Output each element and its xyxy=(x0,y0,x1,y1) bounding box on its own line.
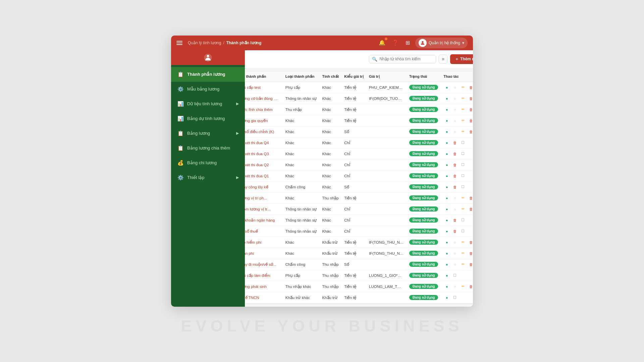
sidebar-item-bang-du-tinh-luong[interactable]: 📊 Bảng dự tính lương xyxy=(171,111,245,126)
cell-loai: Khác xyxy=(283,192,320,203)
filter-button[interactable]: ≡ xyxy=(439,55,447,64)
toggle-inactive-button[interactable]: ○ xyxy=(451,250,458,257)
sidebar-item-thanh-phan-luong[interactable]: 📋 Thành phần lương xyxy=(171,67,245,82)
delete-button[interactable]: 🗑 xyxy=(451,217,458,224)
toggle-active-button[interactable]: ● xyxy=(443,272,450,279)
user-menu-button[interactable]: Quản trị hệ thống ▾ xyxy=(415,38,468,48)
delete-button[interactable]: 🗑 xyxy=(468,206,473,213)
hamburger-icon[interactable] xyxy=(176,41,182,45)
sidebar-item-thiet-lap[interactable]: ⚙️ Thiết lập ▶ xyxy=(171,170,245,185)
archive-button[interactable]: ☐ xyxy=(460,173,466,179)
chi-luong-icon: 💰 xyxy=(177,160,184,166)
toggle-active-button[interactable]: ● xyxy=(443,95,450,102)
toggle-inactive-button[interactable]: ○ xyxy=(451,128,458,135)
edit-button[interactable]: ✏ xyxy=(460,250,466,257)
toggle-active-button[interactable]: ● xyxy=(443,106,450,113)
delete-button[interactable]: 🗑 xyxy=(451,139,458,146)
toggle-active-button[interactable]: ● xyxy=(443,139,450,146)
breadcrumb-item-1[interactable]: Quản lý tính lương xyxy=(188,41,221,45)
edit-button[interactable]: ✏ xyxy=(460,261,466,268)
archive-button[interactable]: ☐ xyxy=(460,162,466,168)
toggle-active-button[interactable]: ● xyxy=(443,250,450,257)
delete-button[interactable]: 🗑 xyxy=(468,106,473,113)
cell-trang-thai: Đang sử dụng xyxy=(407,259,441,270)
cell-thao-tac: ● ☐ xyxy=(441,292,473,303)
cell-loai: Khác xyxy=(283,170,320,181)
archive-button[interactable]: ☐ xyxy=(460,217,466,224)
cell-trang-thai: Đang sử dụng xyxy=(407,104,441,115)
cell-gia-tri xyxy=(366,115,407,126)
grid-button[interactable]: ⊞ xyxy=(404,38,411,47)
delete-button[interactable]: 🗑 xyxy=(451,173,458,179)
edit-button[interactable]: ✏ xyxy=(460,206,466,213)
status-badge: Đang sử dụng xyxy=(409,229,438,234)
notification-button[interactable]: 🔔 xyxy=(377,38,387,47)
toggle-active-button[interactable]: ● xyxy=(443,117,450,124)
toggle-inactive-button[interactable]: ○ xyxy=(451,206,458,213)
action-icons: ● ○ ✏ 🗑 ☐ xyxy=(443,106,473,113)
edit-button[interactable]: ✏ xyxy=(460,128,466,135)
toggle-active-button[interactable]: ● xyxy=(443,228,450,235)
edit-button[interactable]: ✏ xyxy=(460,195,466,201)
header-actions: 🔍 ≡ ＋ Thêm mới xyxy=(369,54,473,64)
delete-button[interactable]: 🗑 xyxy=(468,84,473,91)
toggle-active-button[interactable]: ● xyxy=(443,239,450,246)
delete-button[interactable]: 🗑 xyxy=(468,250,473,257)
toggle-active-button[interactable]: ● xyxy=(443,217,450,224)
delete-button[interactable]: 🗑 xyxy=(451,162,458,168)
toggle-inactive-button[interactable]: ○ xyxy=(451,95,458,102)
archive-button[interactable]: ☐ xyxy=(451,272,458,279)
help-button[interactable]: ❓ xyxy=(391,38,400,47)
toggle-active-button[interactable]: ● xyxy=(443,261,450,268)
cell-kieu-gia-tri: Chỉ xyxy=(341,215,366,226)
archive-button[interactable]: ☐ xyxy=(460,150,466,157)
toggle-inactive-button[interactable]: ○ xyxy=(451,283,458,290)
toggle-active-button[interactable]: ● xyxy=(443,128,450,135)
sidebar-item-bang-luong[interactable]: 📋 Bảng lương ▶ xyxy=(171,126,245,141)
sidebar-item-mau-bang-luong[interactable]: ⚙️ Mẫu bảng lương xyxy=(171,82,245,97)
sidebar-item-bang-luong-chia-them[interactable]: 📋 Bảng lương chia thêm xyxy=(171,141,245,156)
toggle-inactive-button[interactable]: ○ xyxy=(451,195,458,201)
toggle-inactive-button[interactable]: ○ xyxy=(451,106,458,113)
toggle-inactive-button[interactable]: ○ xyxy=(451,239,458,246)
cell-trang-thai: Đang sử dụng xyxy=(407,226,441,237)
edit-button[interactable]: ✏ xyxy=(460,283,466,290)
delete-button[interactable]: 🗑 xyxy=(451,228,458,235)
archive-button[interactable]: ☐ xyxy=(460,184,466,190)
toggle-inactive-button[interactable]: ○ xyxy=(451,84,458,91)
edit-button[interactable]: ✏ xyxy=(460,95,466,102)
cell-loai: Thông tin nhân sự xyxy=(283,215,320,226)
delete-button[interactable]: 🗑 xyxy=(451,184,458,190)
toggle-active-button[interactable]: ● xyxy=(443,206,450,213)
edit-button[interactable]: ✏ xyxy=(460,117,466,124)
toggle-active-button[interactable]: ● xyxy=(443,184,450,190)
edit-button[interactable]: ✏ xyxy=(460,239,466,246)
edit-button[interactable]: ✏ xyxy=(460,106,466,113)
user-chevron-icon: ▾ xyxy=(462,41,464,45)
toggle-inactive-button[interactable]: ○ xyxy=(451,261,458,268)
sidebar-item-bang-chi-luong[interactable]: 💰 Bảng chi lương xyxy=(171,156,245,170)
edit-button[interactable]: ✏ xyxy=(460,84,466,91)
toggle-active-button[interactable]: ● xyxy=(443,294,450,301)
archive-button[interactable]: ☐ xyxy=(460,139,466,146)
toggle-active-button[interactable]: ● xyxy=(443,162,450,168)
delete-button[interactable]: 🗑 xyxy=(468,128,473,135)
delete-button[interactable]: 🗑 xyxy=(451,150,458,157)
toggle-active-button[interactable]: ● xyxy=(443,84,450,91)
delete-button[interactable]: 🗑 xyxy=(468,283,473,290)
add-button[interactable]: ＋ Thêm mới xyxy=(450,54,473,64)
delete-button[interactable]: 🗑 xyxy=(468,261,473,268)
toggle-active-button[interactable]: ● xyxy=(443,173,450,179)
toggle-active-button[interactable]: ● xyxy=(443,283,450,290)
delete-button[interactable]: 🗑 xyxy=(468,117,473,124)
delete-button[interactable]: 🗑 xyxy=(468,239,473,246)
delete-button[interactable]: 🗑 xyxy=(468,95,473,102)
toggle-active-button[interactable]: ● xyxy=(443,150,450,157)
archive-button[interactable]: ☐ xyxy=(451,294,458,301)
toggle-inactive-button[interactable]: ○ xyxy=(451,117,458,124)
toggle-active-button[interactable]: ● xyxy=(443,195,450,201)
sidebar-item-du-lieu-tinh-luong[interactable]: 📊 Dữ liệu tính lương ▶ xyxy=(171,97,245,111)
archive-button[interactable]: ☐ xyxy=(460,228,466,235)
delete-button[interactable]: 🗑 xyxy=(468,195,473,201)
search-input[interactable] xyxy=(379,57,433,61)
